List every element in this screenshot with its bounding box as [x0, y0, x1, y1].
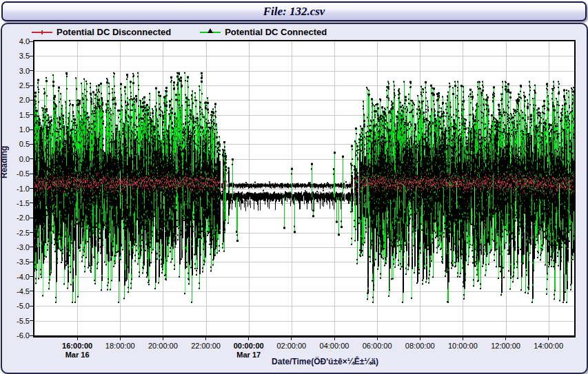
y-tick-mark: [30, 188, 33, 189]
legend-line-green: [200, 32, 221, 33]
application-window: File: 132.csv Potential DC Disconnected …: [0, 0, 588, 374]
triangle-marker-icon: [207, 28, 213, 33]
x-tick-label: 14:00:00: [527, 342, 571, 350]
y-tick-label: -1.0: [0, 185, 30, 193]
y-tick-mark: [30, 291, 33, 291]
y-tick-label: 0.5: [0, 140, 30, 148]
legend-label: Potential DC Connected: [225, 27, 327, 37]
chart-legend: Potential DC Disconnected Potential DC C…: [32, 27, 327, 37]
x-tick-label: 20:00:00: [141, 342, 185, 350]
window-title: File: 132.csv: [263, 5, 325, 19]
y-tick-label: -6.0: [0, 331, 30, 340]
legend-item-dc-connected[interactable]: Potential DC Connected: [200, 27, 327, 37]
y-tick-label: 0.0: [0, 155, 30, 163]
x-tick-mark: [163, 337, 163, 340]
x-tick-mark: [505, 337, 506, 340]
x-day-label: Mar 16: [55, 351, 99, 359]
plot-canvas: [34, 41, 574, 335]
y-tick-label: -1.5: [0, 199, 30, 207]
y-tick-label: -5.5: [0, 317, 30, 325]
x-tick-mark: [248, 337, 249, 340]
y-tick-label: 3.0: [0, 67, 30, 75]
legend-line-red: [32, 32, 52, 33]
x-tick-mark: [205, 337, 206, 340]
plus-marker-icon: [40, 30, 44, 34]
y-tick-label: -3.0: [0, 243, 30, 251]
y-tick-label: 2.0: [0, 96, 30, 104]
y-tick-label: -5.0: [0, 302, 30, 310]
y-tick-label: -0.5: [0, 169, 30, 178]
x-tick-label: 18:00:00: [98, 342, 142, 350]
x-tick-mark: [420, 337, 420, 340]
y-tick-mark: [30, 262, 33, 262]
x-tick-label: 10:00:00: [440, 342, 485, 350]
y-tick-mark: [30, 335, 33, 336]
legend-item-dc-disconnected[interactable]: Potential DC Disconnected: [32, 27, 171, 37]
x-tick-label: 06:00:00: [355, 342, 399, 350]
x-tick-mark: [120, 337, 121, 340]
x-tick-mark: [291, 337, 292, 340]
y-tick-label: 1.5: [0, 111, 30, 119]
y-tick-label: -4.0: [0, 273, 30, 281]
x-tick-label: 12:00:00: [484, 342, 528, 350]
x-tick-label: 16:00:00: [55, 342, 99, 350]
x-tick-label: 08:00:00: [398, 342, 442, 350]
y-tick-mark: [30, 85, 33, 86]
y-tick-mark: [30, 174, 33, 174]
x-tick-mark: [463, 337, 463, 340]
y-tick-label: -2.5: [0, 229, 30, 237]
y-tick-mark: [30, 158, 33, 159]
y-tick-label: -2.0: [0, 214, 30, 222]
window-title-bar[interactable]: File: 132.csv: [1, 1, 587, 21]
y-tick-label: -3.5: [0, 258, 30, 266]
x-tick-mark: [77, 337, 78, 340]
y-tick-label: -4.5: [0, 287, 30, 295]
x-day-label: Mar 17: [227, 351, 271, 359]
x-tick-label: 02:00:00: [270, 342, 314, 350]
y-tick-mark: [30, 100, 33, 101]
y-tick-mark: [30, 306, 33, 307]
x-tick-label: 00:00:00: [227, 342, 271, 350]
y-tick-mark: [30, 129, 33, 130]
y-tick-mark: [30, 114, 33, 115]
y-tick-mark: [30, 232, 33, 233]
y-tick-mark: [30, 70, 33, 71]
x-tick-label: 04:00:00: [312, 342, 356, 350]
y-tick-mark: [30, 276, 33, 277]
legend-label: Potential DC Disconnected: [57, 27, 171, 37]
y-tick-mark: [30, 320, 33, 321]
x-tick-label: 22:00:00: [184, 342, 228, 350]
y-tick-label: 4.0: [0, 37, 30, 45]
y-tick-mark: [30, 247, 33, 247]
y-tick-label: 3.5: [0, 52, 30, 60]
x-tick-mark: [548, 337, 549, 340]
x-axis-title: Date/Time(ÖÐ'ú±ê×¼Ê±¼ä): [55, 357, 588, 366]
y-tick-label: 1.0: [0, 125, 30, 134]
y-tick-mark: [30, 144, 33, 145]
y-tick-mark: [30, 41, 33, 42]
x-tick-mark: [334, 337, 335, 340]
y-tick-mark: [30, 218, 33, 218]
y-tick-mark: [30, 56, 33, 56]
y-tick-mark: [30, 202, 33, 203]
x-tick-mark: [377, 337, 378, 340]
y-tick-label: 2.5: [0, 81, 30, 90]
